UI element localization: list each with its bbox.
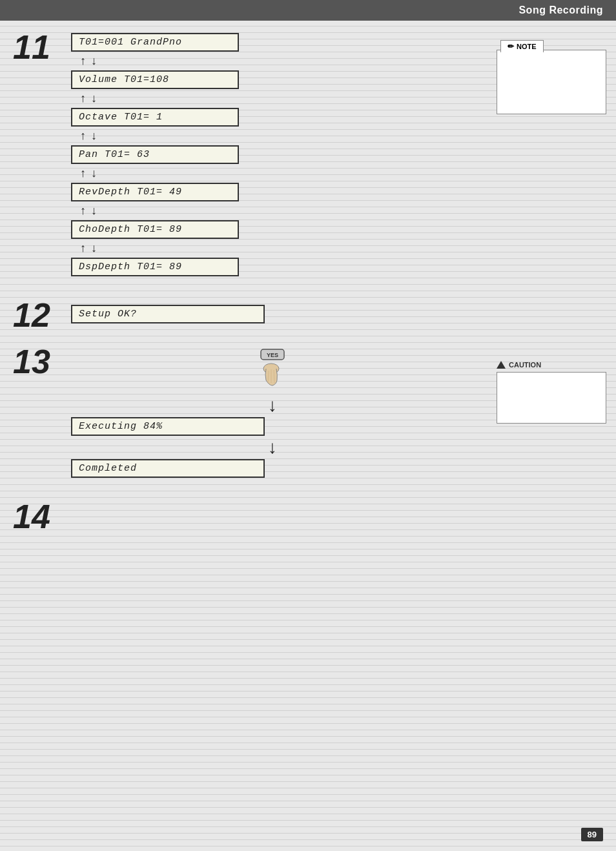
lcd-display-3: Octave T01= 1: [71, 108, 239, 127]
arrow-up-2[interactable]: ↑: [80, 92, 86, 105]
step-11-section: 11 T01=001 GrandPno ↑ ↓ Volume T01=108 ↑…: [0, 21, 616, 285]
note-tab: ✏ NOTE: [500, 40, 544, 52]
lcd-row-3: Octave T01= 1: [71, 108, 474, 127]
lcd-display-6: ChoDepth T01= 89: [71, 220, 239, 239]
lcd-display-completed: Completed: [71, 459, 265, 478]
caution-box: [497, 372, 606, 424]
arrow-row-5: ↑ ↓: [71, 204, 474, 218]
lcd-display-4: Pan T01= 63: [71, 145, 239, 164]
step-12-sidebar: [487, 298, 616, 311]
caution-sidebar: CAUTION: [487, 345, 616, 430]
arrow-up-5[interactable]: ↑: [80, 204, 86, 218]
step-14-sidebar: [487, 500, 616, 513]
lcd-row-setup: Setup OK?: [71, 305, 474, 323]
arrow-up-4[interactable]: ↑: [80, 167, 86, 180]
arrow-row-1: ↑ ↓: [71, 54, 474, 68]
lcd-row-2: Volume T01=108: [71, 70, 474, 89]
header-bar: Song Recording: [0, 0, 616, 21]
step-11-number-column: 11: [0, 30, 58, 64]
arrow-row-2: ↑ ↓: [71, 92, 474, 105]
arrow-row-4: ↑ ↓: [71, 167, 474, 180]
lcd-display-2: Volume T01=108: [71, 70, 239, 89]
arrow-down-6[interactable]: ↓: [91, 241, 97, 255]
arrow-row-6: ↑ ↓: [71, 241, 474, 255]
note-sidebar: ✏ NOTE: [487, 30, 616, 121]
yes-button-svg: YES: [247, 348, 298, 393]
lcd-row-1: T01=001 GrandPno: [71, 33, 474, 52]
caution-header: CAUTION: [497, 361, 606, 369]
step-11-content: T01=001 GrandPno ↑ ↓ Volume T01=108 ↑ ↓ …: [58, 30, 487, 279]
arrow-down-2[interactable]: ↓: [91, 92, 97, 105]
lcd-row-6: ChoDepth T01= 89: [71, 220, 474, 239]
note-pencil-icon: ✏: [508, 42, 514, 51]
lcd-row-7: DspDepth T01= 89: [71, 258, 474, 276]
step-12-section: 12 Setup OK?: [0, 285, 616, 338]
lcd-display-5: RevDepth T01= 49: [71, 183, 239, 201]
step-number-14: 14: [13, 500, 58, 533]
note-tab-label: NOTE: [517, 43, 537, 50]
lcd-display-1: T01=001 GrandPno: [71, 33, 239, 52]
arrow-down-5[interactable]: ↓: [91, 204, 97, 218]
lcd-display-executing: Executing 84%: [71, 417, 265, 436]
note-box: ✏ NOTE: [497, 50, 606, 114]
svg-text:YES: YES: [267, 352, 278, 358]
down-arrow-big-2: ↓: [71, 438, 474, 456]
arrow-row-3: ↑ ↓: [71, 129, 474, 143]
step-number-11: 11: [13, 30, 58, 64]
lcd-display-setup: Setup OK?: [71, 305, 265, 323]
step-13-content: YES ↓ Executing 84% ↓ C: [58, 345, 487, 480]
lcd-row-executing: Executing 84%: [71, 417, 474, 436]
step-13-section: 13 YES ↓: [0, 338, 616, 487]
lcd-row-completed: Completed: [71, 459, 474, 478]
caution-triangle-icon: [497, 361, 506, 369]
yes-button-area: YES: [71, 348, 474, 393]
lcd-row-5: RevDepth T01= 49: [71, 183, 474, 201]
arrow-down-4[interactable]: ↓: [91, 167, 97, 180]
step-number-13: 13: [13, 345, 58, 378]
lcd-row-4: Pan T01= 63: [71, 145, 474, 164]
step-12-number-column: 12: [0, 298, 58, 332]
caution-label: CAUTION: [509, 361, 541, 369]
step-number-12: 12: [13, 298, 58, 332]
arrow-down-3[interactable]: ↓: [91, 129, 97, 143]
step-14-number-column: 14: [0, 500, 58, 533]
arrow-down-1[interactable]: ↓: [91, 54, 97, 68]
arrow-up-6[interactable]: ↑: [80, 241, 86, 255]
down-arrow-big-1: ↓: [71, 396, 474, 415]
step-14-section: 14: [0, 487, 616, 540]
step-13-number-column: 13: [0, 345, 58, 378]
step-12-content: Setup OK?: [58, 298, 487, 326]
arrow-up-3[interactable]: ↑: [80, 129, 86, 143]
arrow-up-1[interactable]: ↑: [80, 54, 86, 68]
lcd-display-7: DspDepth T01= 89: [71, 258, 239, 276]
page-title: Song Recording: [518, 5, 603, 16]
page-number: 89: [581, 828, 603, 841]
